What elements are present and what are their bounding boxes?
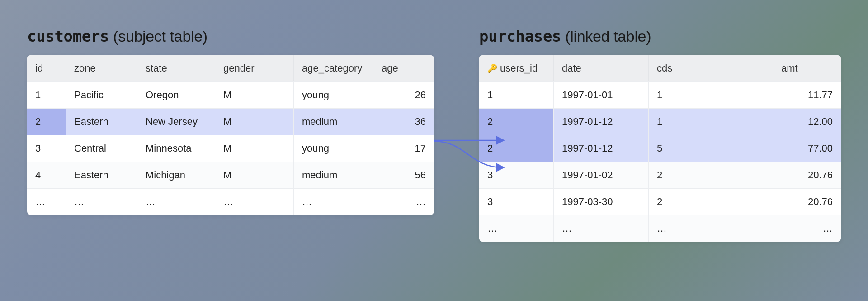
table-cell: 12.00	[773, 109, 841, 135]
table-cell: …	[66, 189, 137, 215]
col-users-id-label: users_id	[500, 62, 538, 74]
purchases-table: 🔑 users_id date cds amt 11997-01-01111.7…	[479, 55, 841, 242]
table-cell: 4	[27, 162, 66, 188]
col-age-category: age_category	[294, 55, 373, 81]
table-cell: 11.77	[773, 82, 841, 108]
table-row: 31997-03-30220.76	[479, 188, 841, 215]
table-cell: 5	[649, 135, 773, 162]
table-cell: 56	[373, 162, 434, 188]
table-cell: …	[649, 215, 773, 242]
table-row: 31997-01-02220.76	[479, 162, 841, 188]
table-cell: 2	[479, 135, 554, 162]
table-cell: 2	[649, 189, 773, 215]
table-cell: M	[215, 109, 294, 135]
table-row: 2EasternNew JerseyMmedium36	[27, 108, 434, 135]
table-cell: 1997-01-01	[554, 82, 649, 108]
table-cell: 2	[649, 162, 773, 188]
table-cell: 3	[27, 135, 66, 162]
table-cell: 1	[649, 82, 773, 108]
customers-title: customers (subject table)	[27, 27, 434, 45]
table-cell: M	[215, 82, 294, 108]
key-icon: 🔑	[487, 63, 497, 73]
table-cell: Minnesota	[137, 135, 215, 162]
table-cell: young	[294, 135, 373, 162]
table-cell: 3	[479, 162, 554, 188]
table-cell: M	[215, 162, 294, 188]
table-cell: 77.00	[773, 135, 841, 162]
table-cell: Eastern	[66, 109, 137, 135]
table-cell: …	[137, 189, 215, 215]
table-cell: 1997-01-12	[554, 135, 649, 162]
table-cell: 1997-03-30	[554, 189, 649, 215]
table-cell: …	[27, 189, 66, 215]
col-zone: zone	[66, 55, 137, 81]
table-row: 21997-01-12577.00	[479, 135, 841, 162]
table-cell: 1997-01-02	[554, 162, 649, 188]
table-cell: 1	[27, 82, 66, 108]
table-cell: medium	[294, 109, 373, 135]
col-amt: amt	[773, 55, 841, 81]
table-cell: …	[554, 215, 649, 242]
table-cell: 2	[27, 109, 66, 135]
table-cell: Oregon	[137, 82, 215, 108]
purchases-tbody: 11997-01-01111.7721997-01-12112.0021997-…	[479, 81, 841, 242]
table-cell: Central	[66, 135, 137, 162]
table-cell: New Jersey	[137, 109, 215, 135]
col-cds: cds	[649, 55, 773, 81]
table-cell: …	[479, 215, 554, 242]
table-row: 21997-01-12112.00	[479, 108, 841, 135]
table-cell: 17	[373, 135, 434, 162]
table-cell: Michigan	[137, 162, 215, 188]
table-cell: 26	[373, 82, 434, 108]
col-gender: gender	[215, 55, 294, 81]
table-cell: Pacific	[66, 82, 137, 108]
table-row: 1PacificOregonMyoung26	[27, 81, 434, 108]
table-cell: 2	[479, 109, 554, 135]
customers-tbody: 1PacificOregonMyoung262EasternNew Jersey…	[27, 81, 434, 215]
col-date: date	[554, 55, 649, 81]
customers-panel: customers (subject table) id zone state …	[27, 27, 434, 215]
purchases-thead: 🔑 users_id date cds amt	[479, 55, 841, 81]
customers-title-name: customers	[27, 27, 109, 45]
table-cell: …	[294, 189, 373, 215]
table-row: …………	[479, 215, 841, 242]
table-cell: …	[215, 189, 294, 215]
table-cell: medium	[294, 162, 373, 188]
table-row: 3CentralMinnesotaMyoung17	[27, 135, 434, 162]
table-cell: young	[294, 82, 373, 108]
col-age: age	[373, 55, 434, 81]
purchases-title-name: purchases	[479, 27, 561, 45]
table-row: ………………	[27, 188, 434, 215]
col-users-id: 🔑 users_id	[479, 55, 554, 81]
table-cell: …	[773, 215, 841, 242]
customers-title-suffix: (subject table)	[109, 28, 208, 45]
table-cell: 20.76	[773, 189, 841, 215]
table-cell: 1	[649, 109, 773, 135]
table-cell: M	[215, 135, 294, 162]
table-row: 4EasternMichiganMmedium56	[27, 162, 434, 188]
purchases-panel: purchases (linked table) 🔑 users_id date…	[479, 27, 841, 242]
table-cell: 36	[373, 109, 434, 135]
purchases-title: purchases (linked table)	[479, 27, 841, 45]
table-cell: 1997-01-12	[554, 109, 649, 135]
table-cell: 1	[479, 82, 554, 108]
table-cell: …	[373, 189, 434, 215]
customers-table: id zone state gender age_category age 1P…	[27, 55, 434, 215]
customers-thead: id zone state gender age_category age	[27, 55, 434, 81]
purchases-title-suffix: (linked table)	[561, 28, 651, 45]
table-cell: Eastern	[66, 162, 137, 188]
col-state: state	[137, 55, 215, 81]
table-cell: 20.76	[773, 162, 841, 188]
table-cell: 3	[479, 189, 554, 215]
col-id: id	[27, 55, 66, 81]
table-row: 11997-01-01111.77	[479, 81, 841, 108]
